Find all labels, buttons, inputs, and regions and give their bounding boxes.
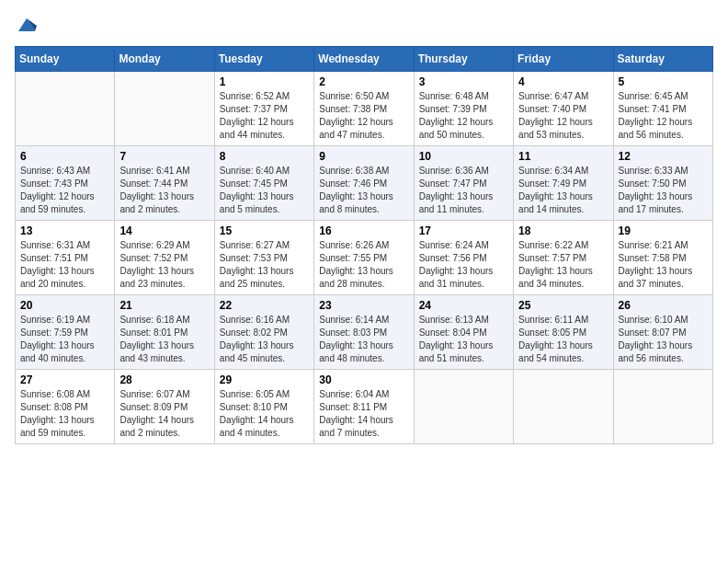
day-info: Sunrise: 6:24 AM Sunset: 7:56 PM Dayligh… <box>419 239 508 291</box>
day-number: 19 <box>619 224 708 237</box>
logo <box>15 15 37 35</box>
header-day-saturday: Saturday <box>613 47 712 72</box>
day-number: 11 <box>518 150 608 163</box>
calendar-cell: 2Sunrise: 6:50 AM Sunset: 7:38 PM Daylig… <box>314 72 414 146</box>
day-number: 4 <box>518 75 608 88</box>
header-day-friday: Friday <box>514 47 613 72</box>
calendar-cell: 30Sunrise: 6:04 AM Sunset: 8:11 PM Dayli… <box>314 370 414 444</box>
calendar-header-row: SundayMondayTuesdayWednesdayThursdayFrid… <box>16 47 713 72</box>
day-info: Sunrise: 6:07 AM Sunset: 8:09 PM Dayligh… <box>119 388 209 440</box>
day-number: 17 <box>419 224 508 237</box>
day-info: Sunrise: 6:22 AM Sunset: 7:57 PM Dayligh… <box>518 239 608 291</box>
calendar-cell: 11Sunrise: 6:34 AM Sunset: 7:49 PM Dayli… <box>514 146 613 221</box>
day-info: Sunrise: 6:50 AM Sunset: 7:38 PM Dayligh… <box>319 90 408 142</box>
day-info: Sunrise: 6:08 AM Sunset: 8:08 PM Dayligh… <box>20 388 109 440</box>
calendar-cell: 14Sunrise: 6:29 AM Sunset: 7:52 PM Dayli… <box>115 221 214 295</box>
day-number: 8 <box>220 150 309 163</box>
header-day-monday: Monday <box>115 47 214 72</box>
day-number: 15 <box>220 224 309 237</box>
calendar-week-row: 27Sunrise: 6:08 AM Sunset: 8:08 PM Dayli… <box>16 370 713 444</box>
calendar-cell: 5Sunrise: 6:45 AM Sunset: 7:41 PM Daylig… <box>613 72 712 146</box>
day-info: Sunrise: 6:36 AM Sunset: 7:47 PM Dayligh… <box>419 165 508 216</box>
day-number: 29 <box>220 373 309 386</box>
calendar-cell <box>115 72 214 146</box>
day-info: Sunrise: 6:10 AM Sunset: 8:07 PM Dayligh… <box>619 314 708 365</box>
day-number: 30 <box>319 373 408 386</box>
header-day-sunday: Sunday <box>16 47 115 72</box>
calendar-cell: 16Sunrise: 6:26 AM Sunset: 7:55 PM Dayli… <box>314 221 414 295</box>
calendar-cell: 21Sunrise: 6:18 AM Sunset: 8:01 PM Dayli… <box>115 295 214 370</box>
day-number: 6 <box>20 150 109 163</box>
day-info: Sunrise: 6:14 AM Sunset: 8:03 PM Dayligh… <box>319 314 408 365</box>
calendar-cell: 17Sunrise: 6:24 AM Sunset: 7:56 PM Dayli… <box>414 221 513 295</box>
day-number: 22 <box>220 299 309 312</box>
calendar-cell: 4Sunrise: 6:47 AM Sunset: 7:40 PM Daylig… <box>514 72 613 146</box>
day-info: Sunrise: 6:13 AM Sunset: 8:04 PM Dayligh… <box>419 314 508 365</box>
day-info: Sunrise: 6:47 AM Sunset: 7:40 PM Dayligh… <box>518 90 608 142</box>
day-number: 25 <box>518 299 608 312</box>
day-info: Sunrise: 6:40 AM Sunset: 7:45 PM Dayligh… <box>220 165 309 216</box>
day-number: 28 <box>119 373 209 386</box>
calendar-cell <box>613 370 712 444</box>
calendar-cell: 27Sunrise: 6:08 AM Sunset: 8:08 PM Dayli… <box>16 370 115 444</box>
calendar-cell: 7Sunrise: 6:41 AM Sunset: 7:44 PM Daylig… <box>115 146 214 221</box>
day-info: Sunrise: 6:48 AM Sunset: 7:39 PM Dayligh… <box>419 90 508 142</box>
day-info: Sunrise: 6:05 AM Sunset: 8:10 PM Dayligh… <box>220 388 309 440</box>
calendar-cell: 28Sunrise: 6:07 AM Sunset: 8:09 PM Dayli… <box>115 370 214 444</box>
day-info: Sunrise: 6:19 AM Sunset: 7:59 PM Dayligh… <box>20 314 109 365</box>
calendar-cell: 29Sunrise: 6:05 AM Sunset: 8:10 PM Dayli… <box>214 370 313 444</box>
day-info: Sunrise: 6:18 AM Sunset: 8:01 PM Dayligh… <box>119 314 209 365</box>
day-info: Sunrise: 6:34 AM Sunset: 7:49 PM Dayligh… <box>518 165 608 216</box>
calendar-cell: 3Sunrise: 6:48 AM Sunset: 7:39 PM Daylig… <box>414 72 513 146</box>
calendar-cell: 9Sunrise: 6:38 AM Sunset: 7:46 PM Daylig… <box>314 146 414 221</box>
calendar-body: 1Sunrise: 6:52 AM Sunset: 7:37 PM Daylig… <box>16 72 713 444</box>
calendar-cell: 22Sunrise: 6:16 AM Sunset: 8:02 PM Dayli… <box>214 295 313 370</box>
calendar-cell <box>514 370 613 444</box>
day-info: Sunrise: 6:11 AM Sunset: 8:05 PM Dayligh… <box>518 314 608 365</box>
calendar-cell: 6Sunrise: 6:43 AM Sunset: 7:43 PM Daylig… <box>16 146 115 221</box>
day-number: 2 <box>319 75 408 88</box>
day-number: 1 <box>220 75 309 88</box>
day-number: 27 <box>20 373 109 386</box>
calendar-cell: 25Sunrise: 6:11 AM Sunset: 8:05 PM Dayli… <box>514 295 613 370</box>
day-number: 18 <box>518 224 608 237</box>
page-header <box>15 15 713 35</box>
calendar-cell: 19Sunrise: 6:21 AM Sunset: 7:58 PM Dayli… <box>613 221 712 295</box>
day-number: 24 <box>419 299 508 312</box>
header-day-thursday: Thursday <box>414 47 513 72</box>
day-info: Sunrise: 6:33 AM Sunset: 7:50 PM Dayligh… <box>619 165 708 216</box>
calendar-cell <box>414 370 513 444</box>
day-number: 5 <box>619 75 708 88</box>
day-info: Sunrise: 6:26 AM Sunset: 7:55 PM Dayligh… <box>319 239 408 291</box>
day-info: Sunrise: 6:38 AM Sunset: 7:46 PM Dayligh… <box>319 165 408 216</box>
day-number: 14 <box>119 224 209 237</box>
calendar-cell: 18Sunrise: 6:22 AM Sunset: 7:57 PM Dayli… <box>514 221 613 295</box>
day-info: Sunrise: 6:27 AM Sunset: 7:53 PM Dayligh… <box>220 239 309 291</box>
calendar-cell: 13Sunrise: 6:31 AM Sunset: 7:51 PM Dayli… <box>16 221 115 295</box>
calendar-cell: 24Sunrise: 6:13 AM Sunset: 8:04 PM Dayli… <box>414 295 513 370</box>
calendar-cell: 10Sunrise: 6:36 AM Sunset: 7:47 PM Dayli… <box>414 146 513 221</box>
day-number: 21 <box>119 299 209 312</box>
day-number: 12 <box>619 150 708 163</box>
calendar-week-row: 20Sunrise: 6:19 AM Sunset: 7:59 PM Dayli… <box>16 295 713 370</box>
calendar-cell: 23Sunrise: 6:14 AM Sunset: 8:03 PM Dayli… <box>314 295 414 370</box>
day-info: Sunrise: 6:41 AM Sunset: 7:44 PM Dayligh… <box>119 165 209 216</box>
header-day-wednesday: Wednesday <box>314 47 414 72</box>
day-info: Sunrise: 6:04 AM Sunset: 8:11 PM Dayligh… <box>319 388 408 440</box>
day-number: 20 <box>20 299 109 312</box>
header-day-tuesday: Tuesday <box>214 47 313 72</box>
day-number: 26 <box>619 299 708 312</box>
day-info: Sunrise: 6:43 AM Sunset: 7:43 PM Dayligh… <box>20 165 109 216</box>
logo-icon <box>17 15 37 35</box>
day-info: Sunrise: 6:31 AM Sunset: 7:51 PM Dayligh… <box>20 239 109 291</box>
day-info: Sunrise: 6:21 AM Sunset: 7:58 PM Dayligh… <box>619 239 708 291</box>
calendar-cell: 26Sunrise: 6:10 AM Sunset: 8:07 PM Dayli… <box>613 295 712 370</box>
day-number: 9 <box>319 150 408 163</box>
calendar-cell: 15Sunrise: 6:27 AM Sunset: 7:53 PM Dayli… <box>214 221 313 295</box>
day-number: 16 <box>319 224 408 237</box>
day-info: Sunrise: 6:29 AM Sunset: 7:52 PM Dayligh… <box>119 239 209 291</box>
day-number: 3 <box>419 75 508 88</box>
calendar-week-row: 13Sunrise: 6:31 AM Sunset: 7:51 PM Dayli… <box>16 221 713 295</box>
day-number: 10 <box>419 150 508 163</box>
day-info: Sunrise: 6:45 AM Sunset: 7:41 PM Dayligh… <box>619 90 708 142</box>
